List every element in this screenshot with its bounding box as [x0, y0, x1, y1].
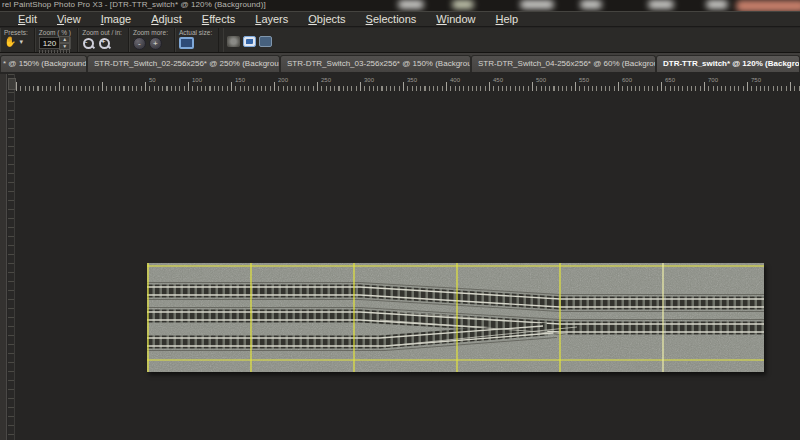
paintshop-pro-window: rel PaintShop Photo Pro X3 - [DTR-TTR_sw… [0, 0, 800, 440]
ruler-label: 550 [579, 77, 589, 83]
window-title: rel PaintShop Photo Pro X3 - [DTR-TTR_sw… [2, 0, 266, 9]
zoom-percent-label: Zoom ( % ) [39, 29, 71, 36]
tab-document-active[interactable]: DTR-TTR_switch* @ 120% (Background) [656, 55, 800, 72]
photo-blur-artifact [648, 0, 674, 9]
ruler-label: 400 [450, 77, 460, 83]
ruler-label: 500 [536, 77, 546, 83]
ruler-label: 100 [192, 77, 202, 83]
menu-image[interactable]: Image [92, 13, 141, 25]
tab-document-1[interactable]: * @ 150% (Background) [0, 55, 87, 72]
ruler-label: 50 [149, 77, 156, 83]
title-bar: rel PaintShop Photo Pro X3 - [DTR-TTR_sw… [0, 0, 800, 11]
ruler-label: 200 [278, 77, 288, 83]
ruler-origin-box [8, 78, 16, 90]
ruler-label: 300 [364, 77, 374, 83]
zoom-in-icon[interactable]: + [98, 37, 111, 50]
ruler-label: 350 [407, 77, 417, 83]
ruler-label: 250 [321, 77, 331, 83]
ruler-label: 700 [708, 77, 718, 83]
photo-blur-artifact [398, 0, 424, 9]
menu-view[interactable]: View [48, 13, 90, 25]
actual-size-monitor-icon[interactable] [179, 37, 194, 49]
zoom-percent-spinner[interactable]: 120 ▲ ▼ [39, 37, 71, 49]
extra-icons-group [223, 28, 278, 52]
tab-document-4[interactable]: STR-DTR_Switch_04-256x256* @ 60% (Backgr… [471, 55, 656, 72]
globe-icon[interactable] [227, 36, 240, 47]
photo-blur-artifact [736, 0, 800, 11]
document-tab-bar: * @ 150% (Background) STR-DTR_Switch_02-… [0, 53, 800, 72]
menu-bar: Edit View Image Adjust Effects Layers Ob… [0, 11, 800, 27]
toolbar-spacer [278, 28, 800, 52]
menu-effects[interactable]: Effects [193, 13, 244, 25]
image-document-railroad-switch[interactable] [147, 263, 764, 372]
left-toolbar-edge [0, 74, 7, 440]
photo-blur-artifact [520, 0, 554, 9]
horizontal-ruler: 5010015020025030035040045050055060065070… [16, 78, 800, 92]
tab-document-3[interactable]: STR-DTR_Switch_03-256x256* @ 150% (Backg… [280, 55, 471, 72]
vertical-ruler [8, 74, 15, 440]
ruler-label: 150 [235, 77, 245, 83]
zoom-more-in-icon[interactable]: + [149, 37, 162, 50]
spin-up-icon[interactable]: ▲ [59, 36, 70, 43]
zoom-percent-value[interactable]: 120 [40, 39, 59, 48]
tab-document-2[interactable]: STR-DTR_Switch_02-256x256* @ 250% (Backg… [87, 55, 280, 72]
fit-window-icon[interactable] [259, 36, 272, 47]
menu-window[interactable]: Window [427, 13, 484, 25]
canvas-workspace[interactable]: 5010015020025030035040045050055060065070… [0, 74, 800, 440]
photo-blur-artifact [452, 0, 474, 9]
menu-objects[interactable]: Objects [299, 13, 354, 25]
ruler-label: 450 [493, 77, 503, 83]
menu-help[interactable]: Help [487, 13, 528, 25]
menu-selections[interactable]: Selections [357, 13, 426, 25]
spin-down-icon[interactable]: ▼ [59, 43, 70, 50]
zoom-more-label: Zoom more: [133, 29, 168, 36]
actual-size-label: Actual size: [179, 29, 212, 36]
zoom-out-in-group: Zoom out / in: - + [78, 28, 129, 52]
ruler-label: 650 [665, 77, 675, 83]
menu-layers[interactable]: Layers [246, 13, 297, 25]
zoom-out-icon[interactable]: - [82, 37, 95, 50]
dropdown-caret-icon[interactable]: ▾ [19, 38, 23, 46]
zoom-toolbar: Presets: ✋ ▾ Zoom ( % ) 120 ▲ ▼ Zoom out… [0, 28, 800, 53]
photo-blur-artifact [706, 0, 728, 9]
zoom-out-in-label: Zoom out / in: [82, 29, 122, 36]
ruler-label: 600 [622, 77, 632, 83]
zoom-more-group: Zoom more: - + [129, 28, 175, 52]
menu-adjust[interactable]: Adjust [142, 13, 191, 25]
navigate-icon[interactable] [243, 36, 256, 47]
photo-blur-artifact [580, 0, 602, 9]
ruler-major-ticks [16, 82, 800, 91]
actual-size-group: Actual size: [175, 28, 219, 52]
zoom-percent-group: Zoom ( % ) 120 ▲ ▼ [35, 28, 78, 52]
zoom-more-out-icon[interactable]: - [133, 37, 146, 50]
menu-edit[interactable]: Edit [9, 13, 46, 25]
ruler-label: 750 [751, 77, 761, 83]
presets-group: Presets: ✋ ▾ [0, 28, 35, 52]
presets-label: Presets: [4, 29, 28, 36]
pan-hand-icon[interactable]: ✋ [4, 37, 16, 47]
